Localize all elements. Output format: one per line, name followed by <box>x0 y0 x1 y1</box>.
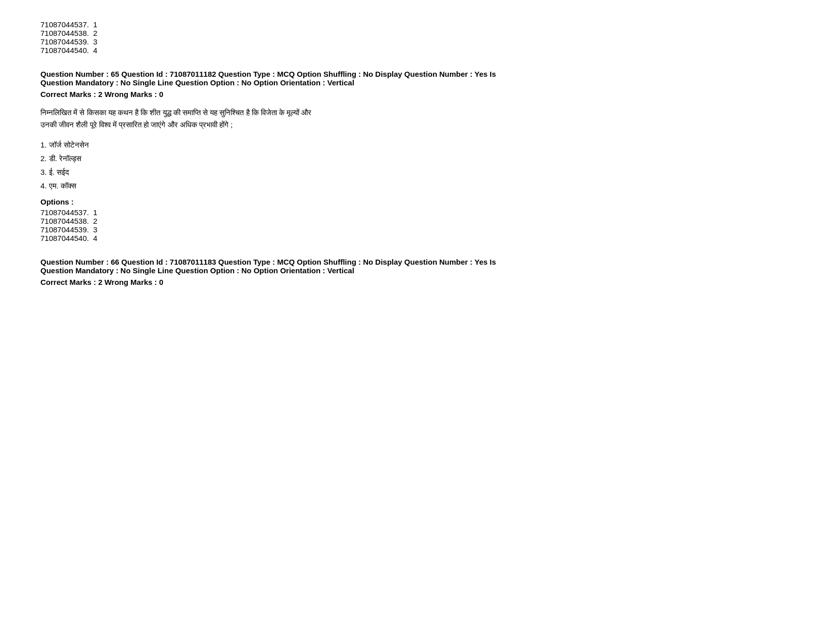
question-65-answer-options: 1. जॉर्ज सोटेनसेन 2. डी. रेनॉल्ड्स 3. ई.… <box>40 138 794 192</box>
option-id-1: 71087044537 <box>40 208 87 217</box>
question-65-block: Question Number : 65 Question Id : 71087… <box>40 70 794 242</box>
prev-option-num-4: 4 <box>93 46 97 55</box>
prev-option-id-1: 71087044537 <box>40 20 87 29</box>
question-65-marks: Correct Marks : 2 Wrong Marks : 0 <box>40 90 794 98</box>
option-item-1: 71087044537. 1 <box>40 208 794 217</box>
option-num-4: 4 <box>93 234 97 242</box>
prev-option-item-4: 71087044540. 4 <box>40 46 794 55</box>
question-65-text-line2: उनकी जीवन शैली पूरे विश्व में प्रसारित ह… <box>40 119 794 131</box>
prev-option-item-2: 71087044538. 2 <box>40 29 794 37</box>
question-65-options-list: 71087044537. 1 71087044538. 2 7108704453… <box>40 208 794 242</box>
answer-option-3: 3. ई. सईद <box>40 165 794 179</box>
option-item-2: 71087044538. 2 <box>40 217 794 225</box>
option-num-2: 2 <box>93 217 97 225</box>
option-item-3: 71087044539. 3 <box>40 225 794 234</box>
option-id-4: 71087044540 <box>40 234 87 242</box>
question-66-meta-line1: Question Number : 66 Question Id : 71087… <box>40 258 794 266</box>
prev-option-num-1: 1 <box>93 20 97 29</box>
question-65-text-line1: निम्नलिखित में से किसका यह कथन है कि शीत… <box>40 107 794 119</box>
question-66-meta-line2: Question Mandatory : No Single Line Ques… <box>40 266 794 275</box>
prev-option-num-3: 3 <box>93 37 97 46</box>
prev-option-item-1: 71087044537. 1 <box>40 20 794 29</box>
question-65-text: निम्नलिखित में से किसका यह कथन है कि शीत… <box>40 107 794 131</box>
question-65-options-label: Options : <box>40 197 794 206</box>
question-65-meta-line1: Question Number : 65 Question Id : 71087… <box>40 70 794 78</box>
option-id-2: 71087044538 <box>40 217 87 225</box>
prev-option-item-3: 71087044539. 3 <box>40 37 794 46</box>
question-66-meta: Question Number : 66 Question Id : 71087… <box>40 258 794 275</box>
option-num-3: 3 <box>93 225 97 234</box>
prev-option-num-2: 2 <box>93 29 97 37</box>
prev-options-block: 71087044537. 1 71087044538. 2 7108704453… <box>40 20 794 55</box>
option-id-3: 71087044539 <box>40 225 87 234</box>
question-65-meta-line2: Question Mandatory : No Single Line Ques… <box>40 78 794 87</box>
prev-option-id-3: 71087044539 <box>40 37 87 46</box>
prev-option-id-4: 71087044540 <box>40 46 87 55</box>
question-66-block: Question Number : 66 Question Id : 71087… <box>40 258 794 286</box>
question-66-marks: Correct Marks : 2 Wrong Marks : 0 <box>40 278 794 286</box>
answer-option-1: 1. जॉर्ज सोटेनसेन <box>40 138 794 152</box>
answer-option-2: 2. डी. रेनॉल्ड्स <box>40 152 794 165</box>
prev-option-id-2: 71087044538 <box>40 29 87 37</box>
answer-option-4: 4. एम. कॉक्स <box>40 179 794 192</box>
option-num-1: 1 <box>93 208 97 217</box>
option-item-4: 71087044540. 4 <box>40 234 794 242</box>
question-65-meta: Question Number : 65 Question Id : 71087… <box>40 70 794 87</box>
